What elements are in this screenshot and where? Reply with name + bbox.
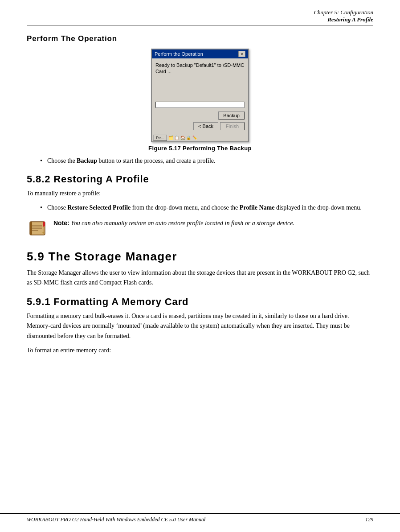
bullet2-after1: from the drop-down menu, and choose the [131, 204, 240, 211]
section-582-bullet-1: Choose Restore Selected Profile from the… [40, 203, 373, 212]
taskbar-item-pe: Pe... [153, 135, 167, 141]
bullet1-before: Choose the [47, 157, 77, 164]
book-icon [27, 219, 48, 239]
svg-rect-6 [30, 222, 32, 235]
header-section: Restoring A Profile [27, 16, 373, 23]
dialog-nav-row: < Back Finish [155, 122, 245, 130]
taskbar-strip: Pe... 🗂️ 📋 🏠 🔒 ✏️ [152, 134, 248, 141]
taskbar-icons: 🗂️ 📋 🏠 🔒 [168, 136, 192, 140]
perform-bullet-list: Choose the Backup button to start the pr… [40, 156, 373, 165]
section-582-bullet-list: Choose Restore Selected Profile from the… [40, 203, 373, 212]
page-container: Chapter 5: Configuration Restoring A Pro… [0, 0, 400, 532]
note-box: Note: You can also manually restore an a… [27, 219, 373, 240]
section-59-body: The Storage Manager allows the user to v… [27, 268, 373, 288]
bullet2-after2: displayed in the drop-down menu. [274, 204, 361, 211]
page-header: Chapter 5: Configuration Restoring A Pro… [27, 9, 373, 25]
bullet2-bold2: Profile Name [240, 204, 275, 211]
note-text-body: You can also manually restore an auto re… [71, 220, 294, 227]
page-footer: WORKABOUT PRO G2 Hand-Held With Windows … [0, 513, 400, 523]
section-591-body2: To format an entire memory card: [27, 346, 373, 355]
dialog-backup-row: Backup [155, 111, 245, 120]
bullet2-before: Choose [47, 204, 68, 211]
perform-heading: Perform The Operation [27, 34, 373, 43]
dialog-message: Ready to Backup "Default1" to \SD-MMC Ca… [155, 62, 245, 75]
bullet2-bold1: Restore Selected Profile [68, 204, 131, 211]
note-label: Note: [53, 219, 69, 227]
header-chapter: Chapter 5: Configuration [27, 9, 373, 16]
dialog-close-button[interactable]: × [238, 51, 245, 57]
finish-button[interactable]: Finish [220, 122, 245, 130]
section-591-body1: Formatting a memory card bulk-erases it.… [27, 311, 373, 341]
dialog-titlebar: Perform the Operation × [152, 49, 248, 58]
figure-area: Perform the Operation × Ready to Backup … [27, 49, 373, 152]
footer-right: 129 [365, 516, 373, 523]
svg-rect-1 [31, 223, 43, 234]
note-icon [27, 219, 48, 240]
dialog-title: Perform the Operation [155, 51, 203, 57]
bullet1-bold: Backup [77, 157, 97, 164]
section-582-heading: 5.8.2 Restoring A Profile [27, 173, 373, 185]
bullet1-after: button to start the process, and create … [97, 157, 216, 164]
dialog-body: Ready to Backup "Default1" to \SD-MMC Ca… [152, 58, 248, 134]
footer-left: WORKABOUT PRO G2 Hand-Held With Windows … [27, 516, 205, 523]
section-59-heading: 5.9 The Storage Manager [27, 250, 373, 264]
figure-caption: Figure 5.17 Performing The Backup [148, 145, 252, 152]
perform-bullet-1: Choose the Backup button to start the pr… [40, 156, 373, 165]
dialog-window: Perform the Operation × Ready to Backup … [151, 49, 249, 142]
dialog-progress-bar [155, 102, 245, 108]
section-582-intro: To manually restore a profile: [27, 189, 373, 198]
section-591-heading: 5.9.1 Formatting A Memory Card [27, 296, 373, 308]
taskbar-pencil: ✏️ [192, 136, 197, 140]
note-content: Note: You can also manually restore an a… [53, 219, 373, 228]
backup-button[interactable]: Backup [218, 111, 245, 120]
back-button[interactable]: < Back [193, 122, 218, 130]
